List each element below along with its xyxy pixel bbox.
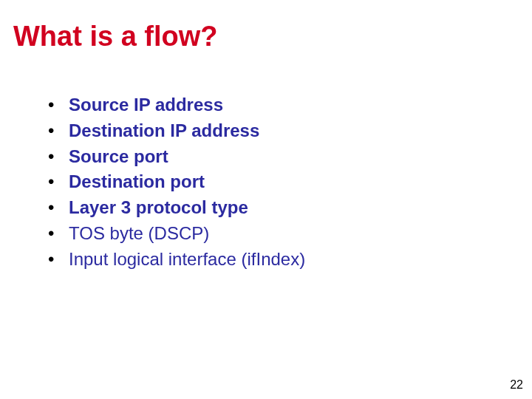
list-item-text: TOS byte (DSCP) (69, 221, 305, 247)
list-item: • Destination IP address (48, 118, 305, 144)
bullet-dot: • (48, 169, 69, 195)
slide: What is a flow? • Source IP address • De… (0, 0, 532, 399)
list-item: • TOS byte (DSCP) (48, 221, 305, 247)
list-item-text: Destination IP address (69, 118, 305, 144)
list-item-text: Destination port (69, 169, 305, 195)
list-item-text: Input logical interface (ifIndex) (69, 247, 305, 273)
bullet-dot: • (48, 247, 69, 273)
bullet-dot: • (48, 144, 69, 170)
list-item-text: Source port (69, 144, 305, 170)
list-item-text: Layer 3 protocol type (69, 195, 305, 221)
bullet-dot: • (48, 195, 69, 221)
list-item: • Destination port (48, 169, 305, 195)
list-item: • Source IP address (48, 92, 305, 118)
bullet-dot: • (48, 221, 69, 247)
page-number: 22 (510, 378, 523, 392)
list-item: • Input logical interface (ifIndex) (48, 247, 305, 273)
bullet-dot: • (48, 92, 69, 118)
slide-title: What is a flow? (13, 21, 218, 52)
list-item: • Layer 3 protocol type (48, 195, 305, 221)
bullet-list: • Source IP address • Destination IP add… (48, 92, 305, 273)
bullet-dot: • (48, 118, 69, 144)
list-item: • Source port (48, 144, 305, 170)
list-item-text: Source IP address (69, 92, 305, 118)
